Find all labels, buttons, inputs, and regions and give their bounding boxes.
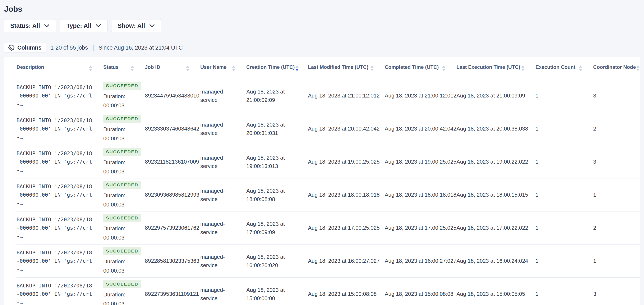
job-description: BACKUP INTO '/2023/08/18-000000.00' IN '… (16, 182, 97, 207)
last-execution-time: Aug 18, 2023 at 19:00:22:022 (456, 159, 536, 165)
sort-icon (442, 65, 446, 72)
column-header[interactable]: Job ID (145, 64, 200, 72)
coordinator-node: 2 (593, 225, 640, 231)
table-header-row: Description Status Job ID User Name (16, 57, 640, 79)
column-header[interactable]: Coordinator Node (593, 64, 640, 72)
column-header[interactable]: Execution Count (536, 64, 593, 72)
job-description: BACKUP INTO '/2023/08/18-000000.00' IN '… (16, 215, 97, 240)
job-id: 892285813023375363 (145, 258, 200, 264)
user-name: managed-service (200, 154, 237, 170)
job-duration: Duration: 00:00:03 (103, 224, 134, 242)
column-header[interactable]: Description (16, 64, 103, 72)
filter-row: Status: All Type: All Show: All (4, 19, 640, 32)
column-header-label: Job ID (145, 64, 160, 72)
coordinator-node: 1 (593, 192, 640, 198)
coordinator-node: 3 (593, 159, 640, 165)
last-modified-time: Aug 18, 2023 at 21:00:12:012 (308, 93, 385, 99)
table-row: BACKUP INTO '/2023/08/18-000000.00' IN '… (16, 79, 640, 112)
job-status-cell: SUCCEEDED Duration: 00:00:03 (103, 148, 145, 176)
job-id: 892273953631109121 (145, 291, 200, 297)
gear-icon (8, 45, 14, 51)
last-execution-time: Aug 18, 2023 at 21:00:09:09 (456, 93, 536, 99)
column-header[interactable]: Creation Time (UTC) (246, 64, 308, 72)
column-header[interactable]: Last Modified Time (UTC) (308, 64, 385, 72)
column-header-label: Last Execution Time (UTC) (456, 64, 520, 72)
column-header[interactable]: Completed Time (UTC) (385, 64, 456, 72)
status-badge: SUCCEEDED (103, 280, 141, 288)
sort-icon (295, 65, 299, 72)
job-status-cell: SUCCEEDED Duration: 00:00:03 (103, 247, 145, 275)
execution-count: 1 (536, 291, 593, 297)
completed-time: Aug 18, 2023 at 20:00:42:042 (385, 126, 456, 132)
table-row: BACKUP INTO '/2023/08/18-000000.00' IN '… (16, 145, 640, 178)
table-row: BACKUP INTO '/2023/08/18-000000.00' IN '… (16, 178, 640, 211)
creation-time: Aug 18, 2023 at 21:00:09:09 (246, 87, 299, 104)
column-header-label: Execution Count (536, 64, 576, 72)
jobs-count-text: 1-20 of 55 jobs (50, 45, 88, 51)
status-badge: SUCCEEDED (103, 82, 141, 90)
user-name: managed-service (200, 253, 237, 269)
toolbar-row: Columns 1-20 of 55 jobs | Since Aug 16, … (4, 43, 640, 53)
completed-time: Aug 18, 2023 at 18:00:18:018 (385, 192, 456, 198)
column-header-label: Creation Time (UTC) (246, 64, 295, 72)
coordinator-node: 3 (593, 291, 640, 297)
last-modified-time: Aug 18, 2023 at 17:00:25:025 (308, 225, 385, 231)
creation-time: Aug 18, 2023 at 15:00:00:00 (246, 286, 299, 302)
last-execution-time: Aug 18, 2023 at 16:00:24:024 (456, 258, 536, 264)
job-description: BACKUP INTO '/2023/08/18-000000.00' IN '… (16, 149, 97, 174)
job-status-cell: SUCCEEDED Duration: 00:00:03 (103, 181, 145, 209)
job-description: BACKUP INTO '/2023/08/18-000000.00' IN '… (16, 83, 97, 108)
completed-time: Aug 18, 2023 at 17:00:25:025 (385, 225, 456, 231)
table-body: BACKUP INTO '/2023/08/18-000000.00' IN '… (16, 79, 640, 305)
columns-button-label: Columns (17, 45, 42, 51)
column-header-label: Status (103, 64, 118, 72)
jobs-page: Jobs Status: All Type: All Show: All Col… (0, 0, 644, 305)
column-header-label: Description (16, 64, 44, 72)
last-execution-time: Aug 18, 2023 at 20:00:38:038 (456, 126, 536, 132)
table-row: BACKUP INTO '/2023/08/18-000000.00' IN '… (16, 112, 640, 145)
execution-count: 1 (536, 159, 593, 165)
coordinator-node: 2 (593, 126, 640, 132)
column-header[interactable]: Status (103, 64, 145, 72)
columns-button[interactable]: Columns (4, 43, 46, 53)
creation-time: Aug 18, 2023 at 19:00:13:013 (246, 154, 299, 170)
column-header[interactable]: Last Execution Time (UTC) (456, 64, 536, 72)
job-duration: Duration: 00:00:03 (103, 257, 134, 275)
chevron-down-icon (96, 24, 101, 28)
column-header-label: Last Modified Time (UTC) (308, 64, 368, 72)
creation-time: Aug 18, 2023 at 17:00:09:09 (246, 220, 299, 236)
completed-time: Aug 18, 2023 at 16:00:27:027 (385, 258, 456, 264)
filter-dropdown-status[interactable]: Status: All (4, 19, 56, 32)
job-id: 892309368985812993 (145, 192, 200, 198)
sort-icon (636, 65, 640, 72)
status-badge: SUCCEEDED (103, 247, 141, 255)
sort-icon (186, 65, 190, 72)
job-status-cell: SUCCEEDED Duration: 00:00:03 (103, 280, 145, 305)
job-duration: Duration: 00:00:03 (103, 125, 134, 143)
filter-dropdown-type[interactable]: Type: All (60, 19, 107, 32)
job-status-cell: SUCCEEDED Duration: 00:00:03 (103, 214, 145, 242)
column-header[interactable]: User Name (200, 64, 246, 72)
job-status-cell: SUCCEEDED Duration: 00:00:03 (103, 115, 145, 143)
coordinator-node: 1 (593, 258, 640, 264)
sort-icon (578, 65, 583, 72)
job-description: BACKUP INTO '/2023/08/18-000000.00' IN '… (16, 281, 97, 305)
status-badge: SUCCEEDED (103, 148, 141, 156)
table-row: BACKUP INTO '/2023/08/18-000000.00' IN '… (16, 244, 640, 277)
job-duration: Duration: 00:00:03 (103, 92, 134, 110)
filter-dropdown-show[interactable]: Show: All (111, 19, 161, 32)
last-execution-time: Aug 18, 2023 at 18:00:15:015 (456, 192, 536, 198)
job-description: BACKUP INTO '/2023/08/18-000000.00' IN '… (16, 248, 97, 274)
job-id: 892344759453483010 (145, 93, 200, 99)
user-name: managed-service (200, 220, 237, 236)
column-header-label: Coordinator Node (593, 64, 636, 72)
column-header-label: Completed Time (UTC) (385, 64, 439, 72)
job-duration: Duration: 00:00:03 (103, 158, 134, 176)
job-duration: Duration: 00:00:03 (103, 191, 134, 209)
coordinator-node: 3 (593, 93, 640, 99)
creation-time: Aug 18, 2023 at 18:00:08:08 (246, 187, 299, 203)
execution-count: 1 (536, 93, 593, 99)
job-id: 892321182136107009 (145, 159, 200, 165)
sort-icon (88, 65, 93, 72)
job-description: BACKUP INTO '/2023/08/18-000000.00' IN '… (16, 116, 97, 141)
